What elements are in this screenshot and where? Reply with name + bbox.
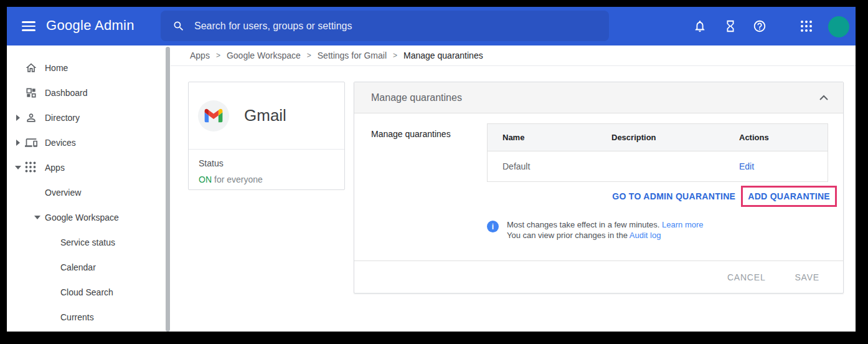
search-bar[interactable] (161, 11, 609, 41)
main-content: Apps > Google Workspace > Settings for G… (171, 45, 856, 332)
topbar: Google Admin (7, 7, 856, 45)
sidebar-label: Calendar (60, 262, 96, 272)
sidebar-item-directory[interactable]: Directory (7, 105, 166, 130)
breadcrumb-apps[interactable]: Apps (190, 50, 210, 60)
status-scope: for everyone (214, 174, 263, 184)
edit-link[interactable]: Edit (739, 161, 754, 171)
gmail-card-header: Gmail (189, 82, 344, 150)
sidebar-item-devices[interactable]: Devices (7, 130, 166, 155)
sidebar-label: Currents (60, 312, 94, 322)
sidebar-label: Directory (45, 113, 80, 123)
product-logo: Google Admin (46, 17, 134, 34)
status-value: ONfor everyone (199, 174, 334, 184)
breadcrumb-settings-for-gmail[interactable]: Settings for Gmail (318, 50, 387, 60)
sidebar-item-google-workspace[interactable]: Google Workspace (7, 205, 166, 230)
search-icon (172, 20, 185, 32)
table-header-row: Name Description Actions (488, 124, 828, 151)
cancel-button[interactable]: CANCEL (727, 272, 766, 282)
panel-title: Manage quarantines (371, 92, 819, 103)
sidebar-scrollbar[interactable] (166, 47, 170, 332)
breadcrumb-google-workspace[interactable]: Google Workspace (227, 50, 301, 60)
status-on-badge: ON (199, 174, 212, 184)
go-to-admin-quarantine-button[interactable]: GO TO ADMIN QUARANTINE (612, 191, 735, 201)
section-label: Manage quarantines (371, 129, 451, 139)
breadcrumb-current: Manage quarantines (403, 50, 483, 60)
quarantine-name-cell: Default (488, 161, 597, 171)
sidebar-label: Google Workspace (45, 213, 119, 222)
note-text: Most changes take effect in a few minute… (507, 219, 704, 241)
quarantine-actions-row: GO TO ADMIN QUARANTINE ADD QUARANTINE (612, 184, 837, 208)
chevron-down-icon[interactable] (13, 166, 23, 170)
gmail-app-card: Gmail Status ONfor everyone (188, 82, 345, 190)
help-icon[interactable] (753, 19, 767, 33)
search-input[interactable] (194, 21, 599, 32)
sidebar-label: Service status (60, 237, 115, 247)
column-header-actions: Actions (724, 133, 813, 142)
note-line1: Most changes take effect in a few minute… (507, 220, 659, 229)
collapse-chevron-up-icon[interactable] (819, 95, 828, 100)
status-label: Status (199, 158, 334, 168)
sidebar-label: Home (45, 63, 68, 73)
save-button[interactable]: SAVE (795, 272, 819, 282)
info-note: i Most changes take effect in a few minu… (487, 219, 704, 241)
gmail-card-status: Status ONfor everyone (189, 150, 344, 184)
admin-console-window: Google Admin (7, 7, 856, 332)
dashboard-icon (25, 87, 37, 99)
chevron-right-icon[interactable] (13, 140, 23, 146)
panel-body: Manage quarantines Name Description Acti… (354, 113, 843, 260)
sidebar-item-apps[interactable]: Apps (7, 155, 166, 180)
tasks-hourglass-icon[interactable] (724, 19, 737, 33)
breadcrumb-separator: > (393, 51, 397, 60)
gmail-logo-icon (198, 100, 229, 131)
table-row: Default Edit (488, 151, 828, 181)
chevron-right-icon[interactable] (13, 115, 23, 121)
menu-icon[interactable] (22, 21, 35, 31)
sidebar-item-calendar[interactable]: Calendar (7, 255, 166, 280)
audit-log-link[interactable]: Audit log (630, 231, 661, 240)
apps-dots-icon (25, 161, 37, 174)
panel-header[interactable]: Manage quarantines (354, 82, 843, 113)
sidebar-label: Dashboard (45, 88, 88, 98)
sidebar-item-home[interactable]: Home (7, 55, 166, 80)
panel-footer: CANCEL SAVE (354, 260, 843, 293)
breadcrumb-separator: > (216, 51, 220, 60)
manage-quarantines-panel: Manage quarantines Manage quarantines Na… (354, 82, 844, 294)
sidebar-nav: Home Dashboard Directory (7, 45, 166, 332)
account-avatar[interactable] (828, 16, 849, 37)
breadcrumb-separator: > (307, 51, 311, 60)
person-icon (25, 112, 37, 124)
breadcrumb: Apps > Google Workspace > Settings for G… (171, 45, 856, 66)
sidebar-label: Apps (45, 163, 65, 173)
annotation-highlight-box: ADD QUARANTINE (741, 186, 837, 207)
sidebar-item-dashboard[interactable]: Dashboard (7, 80, 166, 105)
note-line2: You can view prior changes in the (507, 231, 628, 240)
sidebar-label: Cloud Search (60, 287, 113, 297)
info-icon: i (487, 221, 499, 232)
chevron-down-icon[interactable] (34, 216, 43, 219)
quarantines-table: Name Description Actions Default Edit (487, 123, 828, 182)
add-quarantine-button[interactable]: ADD QUARANTINE (748, 191, 830, 201)
sidebar-item-service-status[interactable]: Service status (7, 230, 166, 255)
column-header-description: Description (597, 133, 724, 142)
learn-more-link[interactable]: Learn more (662, 220, 703, 229)
notifications-bell-icon[interactable] (693, 19, 707, 33)
sidebar-label: Overview (45, 188, 81, 198)
column-header-name: Name (488, 133, 597, 142)
sidebar-item-currents[interactable]: Currents (7, 305, 166, 330)
google-apps-grid-icon[interactable] (800, 19, 813, 33)
devices-icon (25, 136, 37, 149)
sidebar-label: Devices (45, 138, 76, 148)
home-icon (25, 62, 37, 74)
app-title: Gmail (244, 106, 286, 125)
sidebar-item-cloud-search[interactable]: Cloud Search (7, 280, 166, 305)
sidebar-item-overview[interactable]: Overview (7, 180, 166, 205)
